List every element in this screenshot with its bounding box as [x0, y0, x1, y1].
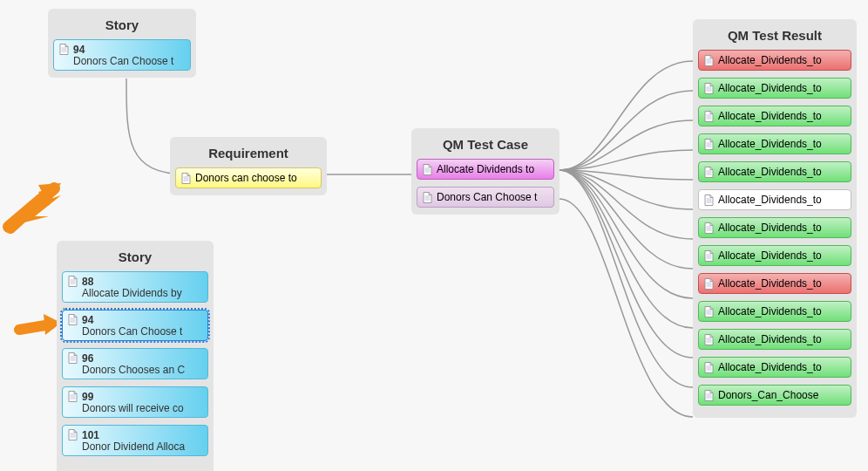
- story-text: Donors Chooses an C: [68, 364, 185, 376]
- testresult-text: Allocate_Dividends_to: [718, 249, 822, 262]
- requirement-text: Donors can choose to: [195, 172, 297, 184]
- document-icon: [423, 164, 432, 175]
- requirement-node[interactable]: Donors can choose to: [175, 167, 322, 188]
- testresult-text: Allocate_Dividends_to: [718, 194, 822, 206]
- story-text: Donor Dividend Alloca: [68, 440, 185, 453]
- document-icon: [68, 314, 78, 325]
- story-text: Donors will receive co: [68, 402, 184, 414]
- group-title: QM Test Result: [698, 24, 851, 48]
- testresult-text: Allocate_Dividends_to: [718, 333, 822, 345]
- story-id: 101: [82, 429, 99, 441]
- story-id: 94: [73, 44, 85, 56]
- testcase-text: Allocate Dividends to: [437, 163, 534, 175]
- story-id: 94: [82, 314, 93, 326]
- testcase-text: Donors Can Choose t: [437, 191, 537, 203]
- testresult-node[interactable]: Allocate_Dividends_to: [698, 189, 851, 210]
- testresult-text: Allocate_Dividends_to: [718, 82, 822, 94]
- testresult-text: Allocate_Dividends_to: [718, 222, 822, 234]
- document-icon: [423, 192, 432, 203]
- document-icon: [181, 173, 191, 184]
- testresult-node[interactable]: Donors_Can_Choose: [698, 385, 851, 406]
- testresult-node[interactable]: Allocate_Dividends_to: [698, 329, 851, 350]
- testresult-node[interactable]: Allocate_Dividends_to: [698, 245, 851, 266]
- testresult-text: Allocate_Dividends_to: [718, 54, 822, 66]
- document-icon: [704, 278, 714, 290]
- story-id: 96: [82, 352, 93, 365]
- story-node[interactable]: 101Donor Dividend Alloca: [62, 425, 208, 456]
- story-group-top: Story 94 Donors Can Choose t: [48, 9, 196, 78]
- testcase-node[interactable]: Allocate Dividends to: [417, 159, 554, 180]
- testresult-text: Allocate_Dividends_to: [718, 110, 822, 122]
- svg-marker-4: [38, 187, 58, 206]
- testresult-node[interactable]: Allocate_Dividends_to: [698, 273, 851, 294]
- testresult-text: Allocate_Dividends_to: [718, 277, 822, 290]
- testcase-group: QM Test Case Allocate Dividends to Donor…: [411, 128, 559, 215]
- story-id: 99: [82, 391, 93, 403]
- testresult-node[interactable]: Allocate_Dividends_to: [698, 217, 851, 238]
- testresult-node[interactable]: Allocate_Dividends_to: [698, 301, 851, 322]
- document-icon: [704, 362, 714, 373]
- testresult-text: Allocate_Dividends_to: [718, 166, 822, 178]
- testcase-node[interactable]: Donors Can Choose t: [417, 187, 554, 208]
- document-icon: [68, 352, 78, 364]
- testresult-node[interactable]: Allocate_Dividends_to: [698, 133, 851, 154]
- testresult-group: QM Test Result Allocate_Dividends_toAllo…: [693, 19, 857, 418]
- story-group-bottom: Story 88Allocate Dividends by94Donors Ca…: [57, 241, 214, 471]
- testresult-text: Allocate_Dividends_to: [718, 361, 822, 373]
- testresult-node[interactable]: Allocate_Dividends_to: [698, 161, 851, 182]
- svg-marker-0: [7, 188, 61, 227]
- document-icon: [704, 334, 714, 345]
- document-icon: [704, 306, 714, 317]
- document-icon: [59, 44, 69, 55]
- document-icon: [704, 222, 714, 234]
- story-text: Allocate Dividends by: [68, 287, 182, 299]
- document-icon: [68, 391, 78, 402]
- svg-line-3: [10, 195, 48, 229]
- svg-line-5: [19, 324, 51, 330]
- story-text: Donors Can Choose t: [59, 55, 173, 67]
- requirement-group: Requirement Donors can choose to: [170, 137, 327, 195]
- story-node[interactable]: 88Allocate Dividends by: [62, 271, 208, 303]
- document-icon: [704, 390, 714, 401]
- document-icon: [704, 250, 714, 262]
- svg-marker-2: [38, 183, 61, 204]
- svg-marker-1: [40, 188, 54, 202]
- story-node[interactable]: 94Donors Can Choose t: [62, 310, 208, 341]
- story-node[interactable]: 99Donors will receive co: [62, 386, 208, 418]
- document-icon: [704, 83, 714, 94]
- testresult-node[interactable]: Allocate_Dividends_to: [698, 50, 851, 71]
- document-icon: [704, 167, 714, 178]
- group-title: Requirement: [175, 142, 322, 166]
- group-title: Story: [53, 14, 191, 38]
- group-title: QM Test Case: [417, 133, 554, 157]
- testresult-node[interactable]: Allocate_Dividends_to: [698, 106, 851, 126]
- document-icon: [68, 429, 78, 440]
- testresult-text: Donors_Can_Choose: [718, 389, 818, 401]
- story-node[interactable]: 94 Donors Can Choose t: [53, 39, 191, 71]
- testresult-node[interactable]: Allocate_Dividends_to: [698, 78, 851, 99]
- story-id: 88: [82, 276, 93, 288]
- document-icon: [704, 111, 714, 122]
- document-icon: [704, 139, 714, 150]
- testresult-text: Allocate_Dividends_to: [718, 305, 822, 317]
- story-node[interactable]: 96Donors Chooses an C: [62, 348, 208, 379]
- document-icon: [704, 195, 714, 206]
- group-title: Story: [62, 246, 208, 270]
- story-text: Donors Can Choose t: [68, 325, 182, 338]
- document-icon: [68, 276, 78, 287]
- testresult-node[interactable]: Allocate_Dividends_to: [698, 357, 851, 378]
- document-icon: [704, 55, 714, 66]
- testresult-text: Allocate_Dividends_to: [718, 138, 822, 150]
